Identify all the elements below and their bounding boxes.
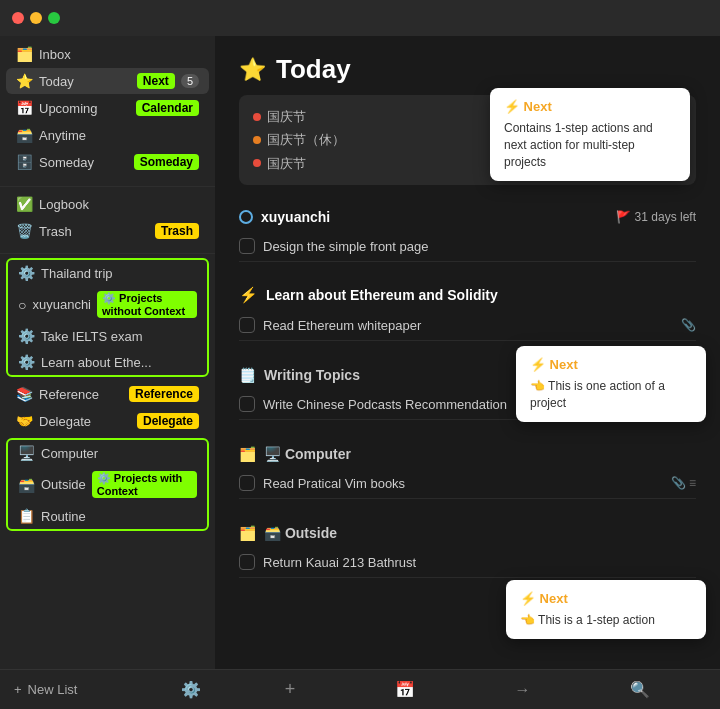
tooltip-next-top: ⚡ Next Contains 1-step actions and next … [490,88,690,181]
section-ethereum: ⚡ Learn about Ethereum and Solidity Read… [215,276,720,355]
calendar-icon[interactable]: 📅 [395,680,415,699]
section-computer: 🗂️ 🖥️ Computer Read Pratical Vim books 📎… [215,434,720,513]
outside-section-name: 🗃️ Outside [264,525,337,541]
holiday-dot-1 [253,113,261,121]
sidebar-item-thailand[interactable]: ⚙️ Thailand trip [8,260,207,286]
logbook-icon: ✅ [16,196,33,212]
computer-section-name: 🖥️ Computer [264,446,351,462]
projects-no-ctx-badge: ⚙️ Projects without Context [97,291,197,318]
reference-highlight: Reference [129,386,199,402]
sidebar-item-logbook[interactable]: ✅ Logbook [6,191,209,217]
sidebar-item-reference[interactable]: 📚 Reference Reference [6,381,209,407]
titlebar [0,0,720,36]
section-xuyuanchi: xuyuanchi 🚩 31 days left Design the simp… [215,199,720,276]
anytime-icon: 🗃️ [16,127,33,143]
writing-icon: 🗒️ [239,367,256,383]
sidebar-item-routine-label: Routine [41,509,197,524]
delegate-highlight: Delegate [137,413,199,429]
project-header-xuyuanchi: xuyuanchi 🚩 31 days left [239,199,696,231]
sidebar-item-inbox[interactable]: 🗂️ Inbox [6,41,209,67]
sidebar-item-delegate[interactable]: 🤝 Delegate Delegate [6,408,209,434]
sidebar-item-outside[interactable]: 🗃️ Outside ⚙️ Projects with Context [8,466,207,503]
sidebar-item-anytime[interactable]: 🗃️ Anytime [6,122,209,148]
sidebar-item-trash[interactable]: 🗑️ Trash Trash [6,218,209,244]
add-task-icon[interactable]: + [285,679,296,700]
maximize-button[interactable] [48,12,60,24]
tooltip-next-bottom-body: 👈 This is a 1-step action [520,612,692,629]
sidebar-item-someday[interactable]: 🗄️ Someday Someday [6,149,209,175]
sidebar-item-upcoming[interactable]: 📅 Upcoming Calendar [6,95,209,121]
tooltip-next-mid-body: 👈 This is one action of a project [530,378,692,412]
reference-icon: 📚 [16,386,33,402]
delegate-icon: 🤝 [16,413,33,429]
sidebar-item-logbook-label: Logbook [39,197,199,212]
writing-section-name: Writing Topics [264,367,360,383]
project-header-ethereum: ⚡ Learn about Ethereum and Solidity [239,276,696,310]
task-design-front-page[interactable]: Design the simple front page [239,231,696,262]
search-icon[interactable]: 🔍 [630,680,650,699]
inbox-icon: 🗂️ [16,46,33,62]
sidebar-item-computer-label: Computer [41,446,197,461]
sidebar-item-xuyuanchi-label: xuyuanchi [32,297,91,312]
thailand-icon: ⚙️ [18,265,35,281]
task-read-vim[interactable]: Read Pratical Vim books 📎 ≡ [239,468,696,499]
sidebar-item-routine[interactable]: 📋 Routine [8,503,207,529]
sidebar-item-delegate-label: Delegate [39,414,131,429]
holiday-label-1: 国庆节 [267,105,306,128]
minimize-button[interactable] [30,12,42,24]
flag-badge-xuyuanchi: 🚩 31 days left [616,210,696,224]
sidebar-item-computer[interactable]: 🖥️ Computer [8,440,207,466]
projects-with-ctx-badge: ⚙️ Projects with Context [92,471,197,498]
projects-with-context-group: 🖥️ Computer 🗃️ Outside ⚙️ Projects with … [6,438,209,531]
trash-highlight: Trash [155,223,199,239]
sidebar-item-ielts-label: Take IELTS exam [41,329,197,344]
trash-icon: 🗑️ [16,223,33,239]
sidebar: 🗂️ Inbox ⭐ Today Next 5 📅 Upcoming Calen… [0,36,215,709]
window-controls[interactable] [12,12,60,24]
task-text-5: Return Kauai 213 Bathrust [263,555,696,570]
task-read-whitepaper[interactable]: Read Ethereum whitepaper 📎 [239,310,696,341]
sidebar-item-xuyuanchi[interactable]: ○ xuyuanchi ⚙️ Projects without Context [8,286,207,323]
someday-icon: 🗄️ [16,154,33,170]
upcoming-icon: 📅 [16,100,33,116]
close-button[interactable] [12,12,24,24]
arrow-icon[interactable]: → [515,681,531,699]
subsection-header-computer: 🗂️ 🖥️ Computer [239,434,696,468]
task-checkbox-5[interactable] [239,554,255,570]
sidebar-item-upcoming-label: Upcoming [39,101,130,116]
task-checkbox-3[interactable] [239,396,255,412]
projects-without-context-group: ⚙️ Thailand trip ○ xuyuanchi ⚙️ Projects… [6,258,209,377]
plus-icon: + [14,682,22,697]
sidebar-footer: + New List ⚙️ [0,669,215,709]
content-header: ⭐ Today [215,36,720,95]
tooltip-next-top-body: Contains 1-step actions and next action … [504,120,676,170]
content-area: ⭐ Today ⚡ Next Contains 1-step actions a… [215,36,720,709]
task-checkbox-2[interactable] [239,317,255,333]
ethereum-icon: ⚙️ [18,354,35,370]
sub-outside-icon: 🗂️ [239,525,256,541]
sidebar-item-ethereum[interactable]: ⚙️ Learn about Ethe... [8,349,207,375]
task-return-kauai[interactable]: Return Kauai 213 Bathrust [239,547,696,578]
task-checkbox-1[interactable] [239,238,255,254]
ethereum-bolt-icon: ⚡ [239,286,258,304]
holiday-dot-2 [253,136,261,144]
calendar-highlight: Calendar [136,100,199,116]
settings-icon[interactable]: ⚙️ [181,680,201,699]
routine-icon: 📋 [18,508,35,524]
sub-computer-icon: 🗂️ [239,446,256,462]
task-checkbox-4[interactable] [239,475,255,491]
new-list-area[interactable]: + New List [14,682,77,697]
outside-icon: 🗃️ [18,477,35,493]
today-star-icon: ⭐ [239,57,266,83]
today-icon: ⭐ [16,73,33,89]
sidebar-item-reference-label: Reference [39,387,123,402]
sidebar-item-ielts[interactable]: ⚙️ Take IELTS exam [8,323,207,349]
task-text-1: Design the simple front page [263,239,696,254]
project-name-xuyuanchi: xuyuanchi [261,209,330,225]
next-highlight: Next [137,73,175,89]
content-footer: + 📅 → 🔍 [215,669,720,709]
xuyuanchi-icon: ○ [18,297,26,313]
tooltip-next-mid-title: ⚡ Next [530,356,692,374]
sidebar-item-today[interactable]: ⭐ Today Next 5 [6,68,209,94]
next-badge: 5 [181,74,199,88]
